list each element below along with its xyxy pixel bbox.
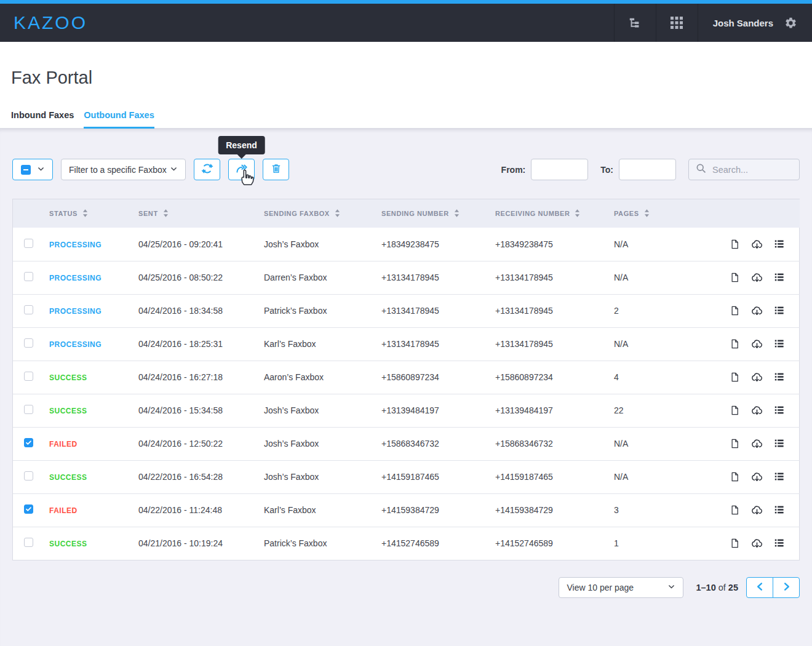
row-actions [725, 471, 800, 483]
indeterminate-checkbox[interactable] [21, 165, 31, 175]
document-icon[interactable] [729, 338, 741, 350]
details-list-icon[interactable] [773, 537, 785, 549]
receiving-number-cell: +14152746589 [495, 527, 614, 560]
cloud-download-icon[interactable] [750, 437, 763, 450]
row-checkbox[interactable] [24, 338, 33, 348]
table-row: FAILED 04/24/2016 - 12:50:22 Josh’s Faxb… [13, 427, 800, 460]
details-list-icon[interactable] [773, 404, 785, 417]
receiving-number-cell: +13134178945 [495, 327, 614, 361]
cloud-download-icon[interactable] [750, 305, 763, 317]
refresh-button[interactable] [194, 159, 220, 180]
document-icon[interactable] [729, 371, 741, 383]
next-page-button[interactable] [773, 577, 800, 598]
row-checkbox[interactable] [24, 438, 33, 447]
table-row: SUCCESS 04/21/2016 - 10:19:24 Patrick’s … [13, 527, 800, 560]
receiving-number-cell: +15868346732 [495, 427, 614, 460]
previous-page-button[interactable] [746, 577, 773, 598]
range-of: of [718, 583, 726, 592]
tab-outbound-faxes[interactable]: Outbound Faxes [84, 110, 154, 129]
row-checkbox[interactable] [24, 405, 33, 414]
document-icon[interactable] [729, 471, 741, 483]
sending-number-cell: +15860897234 [381, 361, 495, 394]
details-list-icon[interactable] [773, 305, 785, 317]
details-list-icon[interactable] [773, 504, 785, 516]
details-list-icon[interactable] [773, 338, 785, 350]
resend-button[interactable]: Resend [228, 159, 255, 180]
sent-cell: 04/22/2016 - 11:24:48 [138, 493, 264, 527]
cloud-download-icon[interactable] [750, 271, 763, 284]
cloud-download-icon[interactable] [750, 537, 763, 549]
row-checkbox[interactable] [24, 471, 33, 481]
cloud-download-icon[interactable] [750, 404, 763, 417]
receiving-number-cell: +14159187465 [495, 460, 614, 493]
document-icon[interactable] [729, 238, 741, 250]
details-list-icon[interactable] [773, 238, 785, 250]
table-row: PROCESSING 04/24/2016 - 18:25:31 Karl’s … [13, 327, 800, 361]
sort-icon [644, 211, 650, 218]
row-checkbox[interactable] [24, 305, 33, 314]
header-sent[interactable]: SENT [138, 199, 264, 228]
header-sending-number[interactable]: SENDING NUMBER [381, 199, 495, 228]
row-checkbox[interactable] [24, 272, 33, 281]
header-receiving-number[interactable]: RECEIVING NUMBER [495, 199, 614, 228]
details-list-icon[interactable] [773, 371, 785, 383]
details-list-icon[interactable] [773, 471, 785, 483]
range-values: 1–10 [696, 583, 715, 592]
page-title: Fax Portal [11, 42, 801, 88]
faxbox-cell: Josh’s Faxbox [264, 427, 381, 460]
cloud-download-icon[interactable] [750, 471, 763, 483]
row-checkbox[interactable] [24, 504, 33, 514]
document-icon[interactable] [729, 537, 741, 549]
pagination-bar: View 10 per page 1–10 of 25 [12, 577, 800, 598]
row-actions [725, 504, 800, 516]
from-date-input[interactable] [531, 159, 588, 180]
details-list-icon[interactable] [773, 437, 785, 450]
account-hierarchy-button[interactable] [614, 4, 656, 42]
toolbar: Filter to a specific Faxbox Resend [12, 159, 800, 180]
pages-cell: N/A [614, 460, 725, 493]
row-actions [725, 338, 800, 350]
delete-button[interactable] [263, 159, 289, 180]
cloud-download-icon[interactable] [750, 504, 763, 516]
gear-icon[interactable] [784, 17, 797, 30]
cloud-download-icon[interactable] [750, 338, 763, 350]
sent-cell: 04/25/2016 - 09:20:41 [138, 228, 264, 261]
pages-cell: N/A [614, 261, 725, 294]
details-list-icon[interactable] [773, 271, 785, 284]
document-icon[interactable] [729, 271, 741, 284]
faxbox-filter-select[interactable]: Filter to a specific Faxbox [61, 159, 186, 180]
chevron-down-icon [667, 583, 675, 592]
document-icon[interactable] [729, 504, 741, 516]
row-checkbox[interactable] [24, 372, 33, 381]
user-menu[interactable]: Josh Sanders [698, 4, 812, 42]
faxbox-cell: Patrick’s Faxbox [264, 527, 381, 560]
header-pages[interactable]: PAGES [614, 199, 725, 228]
row-actions [725, 305, 800, 317]
sending-number-cell: +14152746589 [381, 527, 495, 560]
cloud-download-icon[interactable] [750, 238, 763, 250]
document-icon[interactable] [729, 305, 741, 317]
search-input[interactable] [712, 165, 792, 175]
sending-number-cell: +14159187465 [381, 460, 495, 493]
search-icon [696, 163, 706, 176]
header-status[interactable]: STATUS [49, 199, 138, 228]
per-page-select[interactable]: View 10 per page [559, 577, 683, 598]
table-row: SUCCESS 04/22/2016 - 16:54:28 Josh’s Fax… [13, 460, 800, 493]
document-icon[interactable] [729, 404, 741, 417]
cloud-download-icon[interactable] [750, 371, 763, 383]
tab-inbound-faxes[interactable]: Inbound Faxes [11, 110, 74, 129]
to-date-input[interactable] [619, 159, 676, 180]
sort-icon [575, 211, 580, 218]
row-checkbox[interactable] [24, 239, 33, 248]
sort-icon [82, 211, 88, 218]
select-all-dropdown[interactable] [12, 159, 53, 180]
faxbox-filter-label: Filter to a specific Faxbox [69, 165, 167, 175]
document-icon[interactable] [729, 437, 741, 450]
apps-button[interactable] [656, 4, 698, 42]
pages-cell: N/A [614, 327, 725, 361]
row-checkbox[interactable] [24, 538, 33, 547]
sort-icon [335, 211, 340, 218]
header-sending-faxbox[interactable]: SENDING FAXBOX [264, 199, 381, 228]
table-row: FAILED 04/22/2016 - 11:24:48 Karl’s Faxb… [13, 493, 800, 527]
faxbox-cell: Josh’s Faxbox [264, 228, 381, 261]
